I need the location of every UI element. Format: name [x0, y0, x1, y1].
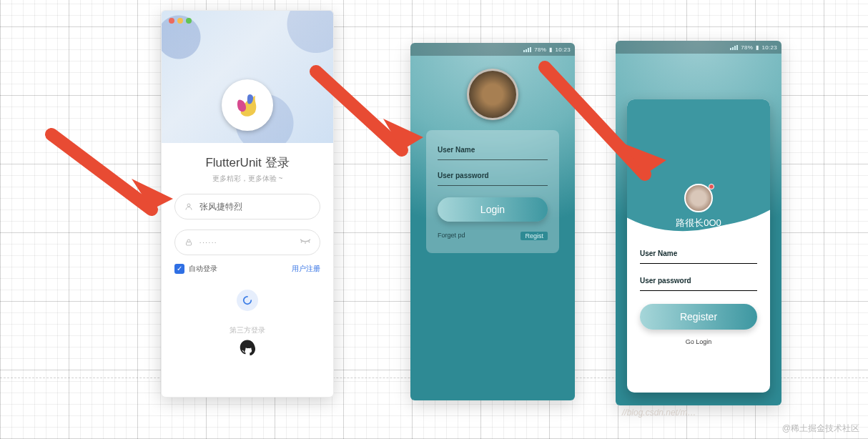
screenshot-phone-3: 78% ▮ 10:23 路很长0O0 User Name User passwo… — [616, 41, 781, 405]
screenshot-phone-1: FlutterUnit 登录 更多精彩，更多体验 ~ 张风捷特烈 ······ … — [161, 10, 334, 398]
status-battery: 78% — [741, 44, 753, 51]
signal-icon — [523, 47, 531, 52]
window-traffic-lights — [169, 18, 192, 24]
display-name: 路很长0O0 — [627, 217, 770, 230]
register-card: 路很长0O0 User Name User password Register … — [627, 99, 770, 393]
third-party-label: 第三方登录 — [174, 325, 320, 335]
minimize-icon — [177, 18, 183, 24]
zoom-icon — [186, 18, 192, 24]
login-button-label: Login — [480, 204, 505, 215]
status-time: 10:23 — [555, 46, 571, 53]
register-button-label: Register — [680, 311, 717, 322]
password-label: User password — [640, 277, 757, 285]
lock-icon — [184, 238, 194, 247]
go-login-link[interactable]: Go Login — [640, 338, 757, 345]
register-link[interactable]: Regist — [521, 232, 548, 240]
password-input[interactable]: ······ — [174, 230, 320, 255]
auto-login-label: 自动登录 — [189, 264, 217, 274]
username-label: User Name — [438, 146, 548, 154]
card-header-wave — [627, 99, 770, 257]
screenshot-phone-2: 78% ▮ 10:23 User Name User password Logi… — [410, 43, 575, 400]
notification-dot-icon — [709, 184, 714, 189]
status-bar: 78% ▮ 10:23 — [410, 43, 575, 56]
avatar — [467, 69, 518, 120]
register-button[interactable]: Register — [640, 304, 757, 330]
check-icon: ✓ — [174, 264, 184, 274]
watermark-faded: //blog.csdn.net/m… — [622, 408, 696, 418]
username-input[interactable]: 张风捷特烈 — [174, 194, 320, 220]
page-title: FlutterUnit 登录 — [174, 154, 320, 171]
login-button[interactable] — [237, 290, 258, 311]
register-link[interactable]: 用户注册 — [292, 264, 320, 274]
password-masked: ······ — [199, 240, 217, 246]
login-card: User Name User password Login Forget pd … — [426, 130, 559, 253]
forget-password-link[interactable]: Forget pd — [438, 232, 465, 240]
status-time: 10:23 — [761, 44, 777, 51]
username-input[interactable] — [640, 263, 757, 264]
username-value: 张风捷特烈 — [199, 201, 242, 213]
password-label: User password — [438, 172, 548, 179]
signal-icon — [730, 45, 738, 50]
user-icon — [184, 202, 194, 211]
password-input[interactable] — [438, 185, 548, 186]
status-battery: 78% — [534, 46, 546, 53]
phone1-header — [162, 11, 333, 143]
username-input[interactable] — [438, 159, 548, 160]
svg-rect-2 — [187, 242, 192, 246]
eye-icon[interactable] — [300, 237, 311, 247]
watermark: @稀土掘金技术社区 — [782, 423, 859, 435]
password-input[interactable] — [640, 290, 757, 291]
login-button[interactable]: Login — [438, 197, 548, 222]
status-bar: 78% ▮ 10:23 — [616, 41, 781, 54]
page-subtitle: 更多精彩，更多体验 ~ — [174, 174, 320, 184]
github-icon[interactable] — [240, 340, 255, 355]
auto-login-checkbox[interactable]: ✓ 自动登录 — [174, 264, 217, 274]
username-label: User Name — [640, 250, 757, 257]
svg-point-1 — [187, 204, 190, 207]
avatar — [222, 79, 273, 131]
close-icon — [169, 18, 174, 24]
